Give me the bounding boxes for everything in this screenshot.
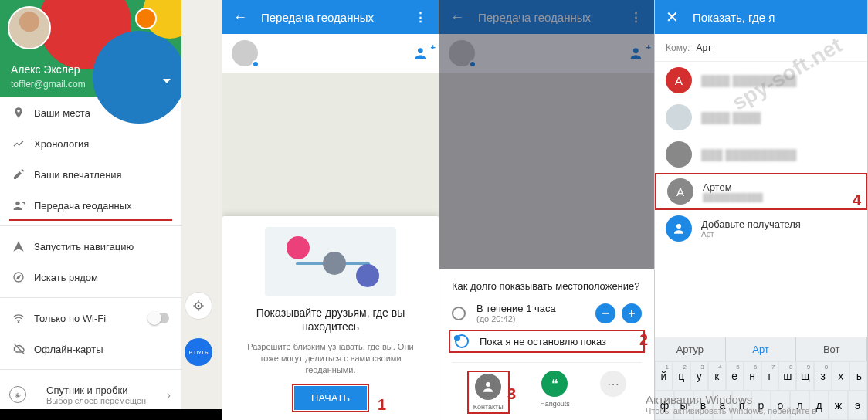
- contact-row[interactable]: А ████ █████████: [655, 62, 867, 99]
- contact-row[interactable]: ████ ████: [655, 99, 867, 136]
- key[interactable]: й1: [655, 361, 673, 391]
- key[interactable]: л: [790, 391, 809, 420]
- key[interactable]: к4: [708, 361, 726, 391]
- menu-label: Ваши впечатления: [34, 169, 122, 181]
- wifi-icon: [12, 312, 34, 324]
- add-person-button[interactable]: [414, 46, 429, 61]
- menu-label: Только по Wi-Fi: [34, 313, 106, 324]
- share-more[interactable]: ⋯: [600, 371, 626, 414]
- key[interactable]: ш8: [778, 361, 796, 391]
- key[interactable]: р: [751, 391, 771, 420]
- contact-list: А ████ █████████ ████ ████ ███ █████████…: [655, 62, 867, 337]
- keyboard-suggestions: Артур Арт Вот: [655, 337, 867, 361]
- decor-circle: [93, 31, 185, 124]
- duration-sheet: Как долго показывать местоположение? В т…: [439, 269, 654, 420]
- key[interactable]: ъ: [849, 361, 867, 391]
- user-email: toffler@gmail.com: [11, 79, 86, 90]
- contacts-icon: [475, 374, 501, 400]
- map-area[interactable]: Показывайте друзьям, где вы находитесь Р…: [222, 73, 439, 420]
- key[interactable]: е5: [726, 361, 744, 391]
- self-avatar[interactable]: [449, 40, 475, 66]
- key[interactable]: н6: [744, 361, 761, 391]
- menu-explore-nearby[interactable]: Искать рядом: [0, 262, 181, 293]
- share-label: Контакты: [473, 403, 504, 411]
- suggestion[interactable]: Вот: [796, 337, 867, 361]
- key[interactable]: п: [732, 391, 751, 420]
- key[interactable]: ы: [674, 391, 693, 420]
- keyboard: й1ц2у3к4е5н6г7ш8щ9з0хъ фывапролджэ: [655, 361, 867, 420]
- svg-point-13: [486, 382, 490, 387]
- option-1-hour[interactable]: В течение 1 часа (до 20:42) − +: [452, 303, 642, 323]
- svg-point-6: [198, 305, 198, 306]
- chevron-right-icon: ›: [167, 388, 171, 402]
- overflow-menu-icon[interactable]: ⋮: [630, 10, 643, 24]
- svg-point-12: [633, 48, 639, 53]
- screen-drawer: Алекс Экслер toffler@gmail.com Ваши мест…: [0, 0, 222, 420]
- increase-button[interactable]: +: [622, 303, 642, 323]
- option-until-stop[interactable]: Пока я не остановлю показ: [449, 330, 645, 353]
- recipient-input-row[interactable]: Кому: Арт: [655, 34, 867, 62]
- user-avatar[interactable]: [8, 6, 51, 49]
- menu-impressions[interactable]: Ваши впечатления: [0, 159, 181, 190]
- contact-row-selected[interactable]: А Артем ███████████: [655, 173, 867, 210]
- key[interactable]: щ9: [796, 361, 814, 391]
- add-recipient-row[interactable]: Добавьте получателя Арт: [655, 210, 867, 247]
- radio-icon[interactable]: [455, 334, 469, 348]
- card-text: Разрешите близким узнавать, где вы. Они …: [238, 341, 423, 376]
- key[interactable]: о: [771, 391, 790, 420]
- radio-icon[interactable]: [452, 307, 466, 320]
- add-person-button[interactable]: [629, 46, 645, 61]
- menu-location-sharing[interactable]: Передача геоданных: [0, 190, 181, 221]
- menu-label: Передача геоданных: [34, 200, 132, 212]
- key[interactable]: г7: [761, 361, 779, 391]
- key[interactable]: э: [848, 391, 867, 420]
- menu-label: Офлайн-карты: [34, 344, 103, 355]
- key[interactable]: ф: [655, 391, 674, 420]
- my-location-button[interactable]: [185, 292, 212, 320]
- contact-name: ███ ██████████: [701, 149, 856, 161]
- svg-marker-2: [17, 276, 20, 279]
- contact-avatar: А: [666, 67, 692, 93]
- key[interactable]: в: [693, 391, 713, 420]
- cloud-off-icon: [12, 343, 34, 355]
- menu-offline-maps[interactable]: Офлайн-карты: [0, 334, 181, 364]
- close-icon[interactable]: ✕: [666, 8, 679, 26]
- sheet-question: Как долго показывать местоположение?: [452, 280, 642, 292]
- keyboard-row: й1ц2у3к4е5н6г7ш8щ9з0хъ: [655, 361, 867, 391]
- key[interactable]: у3: [690, 361, 708, 391]
- key[interactable]: з0: [814, 361, 832, 391]
- highlight-underline: [9, 219, 172, 221]
- self-avatar[interactable]: [232, 40, 258, 66]
- back-arrow-icon[interactable]: ←: [450, 9, 464, 25]
- key[interactable]: а: [713, 391, 732, 420]
- share-contacts[interactable]: Контакты: [467, 371, 510, 414]
- drawer-header[interactable]: Алекс Экслер toffler@gmail.com: [0, 0, 181, 97]
- contact-row[interactable]: ███ ██████████: [655, 136, 867, 173]
- suggestion[interactable]: Артур: [655, 337, 726, 361]
- back-arrow-icon[interactable]: ←: [233, 9, 247, 25]
- share-label: [612, 400, 615, 408]
- suggestion[interactable]: Арт: [726, 337, 797, 361]
- start-button[interactable]: НАЧАТЬ: [294, 386, 367, 410]
- menu-start-navigation[interactable]: Запустить навигацию: [0, 231, 181, 262]
- secondary-account-avatar[interactable]: [135, 8, 157, 29]
- map-background[interactable]: В ПУТЬ: [181, 0, 222, 420]
- menu-wifi-only[interactable]: Только по Wi-Fi: [0, 303, 181, 334]
- menu-label: Хронология: [34, 138, 89, 150]
- user-name: Алекс Экслер: [11, 63, 80, 76]
- key[interactable]: ж: [829, 391, 848, 420]
- option-sublabel: (до 20:42): [476, 314, 592, 323]
- directions-fab[interactable]: В ПУТЬ: [185, 338, 212, 366]
- decrease-button[interactable]: −: [595, 303, 615, 323]
- key[interactable]: х: [832, 361, 849, 391]
- contact-name: ████ █████████: [701, 75, 856, 86]
- svg-point-3: [18, 322, 19, 323]
- share-hangouts[interactable]: ❝ Hangouts: [540, 371, 570, 414]
- key[interactable]: ц2: [673, 361, 690, 391]
- account-dropdown-icon[interactable]: [163, 79, 171, 83]
- key[interactable]: д: [809, 391, 829, 420]
- menu-timeline[interactable]: Хронология: [0, 128, 181, 159]
- wifi-toggle[interactable]: [149, 313, 169, 323]
- overflow-menu-icon[interactable]: ⋮: [415, 10, 428, 24]
- contact-avatar: А: [667, 178, 693, 205]
